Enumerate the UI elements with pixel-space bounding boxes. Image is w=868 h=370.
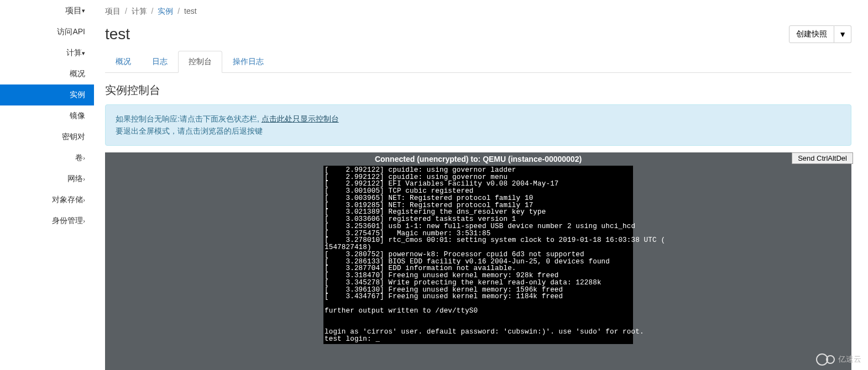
tabs: 概况 日志 控制台 操作日志: [105, 51, 851, 73]
alert-text-1: 如果控制台无响应:请点击下面灰色状态栏,: [116, 114, 259, 123]
sidebar: 项目 ▾ 访问API 计算 ▾ 概况 实例 镜像 密钥对 卷 › 网络 › 对象…: [0, 0, 94, 370]
console-wrapper: Connected (unencrypted) to: QEMU (instan…: [105, 152, 851, 370]
send-ctrlaltdel-button[interactable]: Send CtrlAltDel: [792, 152, 853, 164]
sidebar-item-keypairs[interactable]: 密钥对: [0, 126, 94, 147]
breadcrumb-instances-link[interactable]: 实例: [158, 7, 173, 15]
sidebar-item-volumes[interactable]: 卷 ›: [0, 147, 94, 168]
sidebar-item-object-storage[interactable]: 对象存储 ›: [0, 189, 94, 210]
breadcrumb-project: 项目: [105, 7, 121, 15]
tab-console[interactable]: 控制台: [178, 51, 222, 73]
chevron-down-icon: ▾: [82, 7, 85, 14]
section-title: 实例控制台: [94, 73, 862, 104]
page-title: test: [105, 25, 130, 43]
sidebar-item-compute[interactable]: 计算 ▾: [0, 43, 94, 64]
console-status-bar[interactable]: Connected (unencrypted) to: QEMU (instan…: [105, 152, 851, 166]
chevron-right-icon: ›: [83, 155, 85, 161]
create-snapshot-button[interactable]: 创建快照: [789, 25, 834, 43]
show-only-console-link[interactable]: 点击此处只显示控制台: [262, 114, 339, 123]
sidebar-item-api[interactable]: 访问API: [0, 22, 94, 43]
sidebar-item-network[interactable]: 网络 ›: [0, 168, 94, 189]
tab-overview[interactable]: 概况: [105, 51, 142, 73]
tab-log[interactable]: 日志: [142, 51, 178, 73]
alert-text-2: 要退出全屏模式，请点击浏览器的后退按键: [116, 125, 841, 137]
action-button-group: 创建快照 ▼: [789, 25, 851, 43]
chevron-right-icon: ›: [83, 176, 85, 182]
sidebar-item-overview[interactable]: 概况: [0, 64, 94, 84]
sidebar-item-instances[interactable]: 实例: [0, 84, 94, 105]
chevron-right-icon: ›: [83, 197, 85, 203]
sidebar-item-identity[interactable]: 身份管理 ›: [0, 210, 94, 231]
sidebar-item-project[interactable]: 项目 ▾: [0, 0, 94, 22]
info-alert: 如果控制台无响应:请点击下面灰色状态栏, 点击此处只显示控制台 要退出全屏模式，…: [105, 104, 851, 146]
chevron-right-icon: ›: [83, 218, 85, 224]
breadcrumb-compute: 计算: [132, 7, 147, 15]
main-content: 项目 / 计算 / 实例 / test test 创建快照 ▼ 概况 日志 控制…: [94, 0, 868, 370]
action-dropdown-button[interactable]: ▼: [834, 25, 851, 43]
sidebar-item-images[interactable]: 镜像: [0, 105, 94, 126]
tab-actionlog[interactable]: 操作日志: [222, 51, 274, 73]
breadcrumb-current: test: [184, 7, 197, 15]
breadcrumb: 项目 / 计算 / 实例 / test: [94, 0, 862, 23]
chevron-down-icon: ▾: [82, 50, 85, 57]
terminal-output[interactable]: [ 2.992122] cpuidle: using governor ladd…: [323, 166, 633, 344]
